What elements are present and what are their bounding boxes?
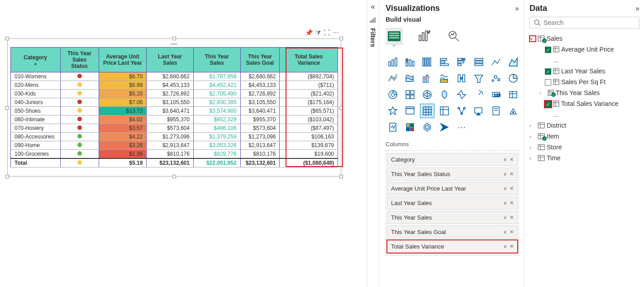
expand-filters-icon[interactable]: «: [371, 3, 375, 11]
viz-type-icon[interactable]: [437, 120, 452, 134]
chevron-right-icon[interactable]: ›: [530, 123, 536, 128]
viz-type-icon[interactable]: [454, 87, 469, 102]
viz-type-icon[interactable]: [437, 104, 452, 118]
resize-handle[interactable]: [172, 175, 176, 178]
more-visuals-icon[interactable]: ⋯: [454, 120, 469, 134]
viz-type-icon[interactable]: [454, 71, 469, 86]
viz-type-icon[interactable]: [506, 87, 520, 102]
remove-field-icon[interactable]: ✕: [510, 215, 514, 220]
viz-type-icon[interactable]: [489, 71, 503, 86]
chevron-down-icon[interactable]: ∨: [503, 215, 507, 220]
report-canvas[interactable]: ══ 📌 ⧩ ⛶ ⋯ Category▲ This Year Sales Sta…: [0, 0, 367, 287]
field-pill[interactable]: This Year Sales Status∨✕: [387, 167, 518, 181]
viz-type-icon[interactable]: [403, 71, 417, 86]
build-visual-tab[interactable]: [386, 28, 403, 45]
viz-type-icon[interactable]: [403, 104, 417, 118]
resize-handle[interactable]: [5, 37, 9, 40]
resize-handle[interactable]: [339, 175, 343, 178]
filters-pane-collapsed[interactable]: « Filters: [367, 0, 379, 287]
columns-field-well[interactable]: Category∨✕This Year Sales Status∨✕Averag…: [386, 150, 519, 256]
viz-type-icon[interactable]: [472, 55, 486, 69]
table-visual[interactable]: ══ 📌 ⧩ ⛶ ⋯ Category▲ This Year Sales Sta…: [7, 38, 341, 177]
chevron-right-icon[interactable]: ›: [530, 155, 536, 161]
table-row[interactable]: 070-Hosiery$3.57$573,604$486,106$573,604…: [11, 124, 338, 133]
chevron-down-icon[interactable]: ∨: [530, 36, 536, 42]
field-pill[interactable]: This Year Sales∨✕: [387, 211, 518, 224]
table-row[interactable]: 030-Kids$5.20$2,726,892$2,705,490$2,726,…: [11, 90, 338, 98]
viz-type-icon[interactable]: [506, 71, 520, 86]
chevron-down-icon[interactable]: ∨: [503, 200, 507, 206]
remove-field-icon[interactable]: ✕: [510, 229, 514, 235]
viz-type-icon[interactable]: [472, 87, 486, 102]
viz-type-icon[interactable]: [386, 55, 400, 69]
field-average-unit-price[interactable]: ✓ Average Unit Price: [530, 44, 639, 55]
table-row[interactable]: 100-Groceries$1.36$810,176$829,776$810,1…: [11, 150, 338, 159]
field-last-year-sales[interactable]: ✓ Last Year Sales: [530, 66, 639, 77]
chevron-down-icon[interactable]: ∨: [503, 171, 507, 177]
field-pill[interactable]: Category∨✕: [387, 153, 518, 166]
search-input[interactable]: [544, 19, 635, 26]
field-pill[interactable]: Last Year Sales∨✕: [387, 196, 518, 210]
field-total-sales-variance[interactable]: ✓ Total Sales Variance: [530, 98, 639, 109]
viz-type-icon[interactable]: [472, 104, 486, 118]
viz-type-icon[interactable]: [420, 71, 434, 86]
col-header-goal[interactable]: This Year Sales Goal: [240, 48, 280, 72]
table-row[interactable]: 060-Intimate$4.02$955,370$852,329$955,37…: [11, 115, 338, 124]
viz-type-icon[interactable]: [386, 104, 400, 118]
chevron-down-icon[interactable]: ∨: [503, 244, 507, 249]
search-box[interactable]: [530, 17, 639, 29]
field-this-year-sales[interactable]: › This Year Sales: [530, 87, 639, 98]
resize-handle[interactable]: [339, 37, 343, 40]
chevron-down-icon[interactable]: ∨: [503, 229, 507, 235]
remove-field-icon[interactable]: ✕: [510, 200, 514, 206]
checkbox[interactable]: ✓: [545, 47, 551, 53]
viz-type-icon[interactable]: 123: [489, 87, 503, 102]
table-item[interactable]: › Item: [530, 131, 639, 142]
viz-type-icon[interactable]: [489, 104, 503, 118]
viz-type-icon[interactable]: [386, 71, 400, 86]
field-sales-per-sqft[interactable]: Sales Per Sq Ft: [530, 77, 639, 87]
checkbox[interactable]: [545, 79, 551, 86]
col-header-var[interactable]: Total Sales Variance: [280, 48, 338, 72]
drag-handle-icon[interactable]: ══: [171, 41, 177, 47]
remove-field-icon[interactable]: ✕: [510, 244, 514, 249]
viz-type-icon[interactable]: [403, 87, 417, 102]
filter-icon[interactable]: ⧩: [315, 29, 321, 37]
more-fields[interactable]: ...: [530, 55, 639, 66]
collapse-pane-icon[interactable]: »: [635, 5, 639, 13]
viz-type-icon[interactable]: [403, 120, 417, 134]
table-store[interactable]: › Store: [530, 142, 639, 153]
table-row[interactable]: 050-Shoes$13.73$3,640,471$3,574,900$3,64…: [11, 107, 338, 115]
viz-type-icon[interactable]: [506, 104, 520, 118]
checkbox[interactable]: ✓: [545, 68, 551, 75]
viz-type-icon[interactable]: [403, 55, 417, 69]
viz-type-icon[interactable]: [472, 71, 486, 86]
viz-type-icon[interactable]: [420, 120, 434, 134]
remove-field-icon[interactable]: ✕: [510, 186, 514, 191]
viz-type-icon[interactable]: [420, 104, 434, 118]
remove-field-icon[interactable]: ✕: [510, 171, 514, 177]
field-pill[interactable]: Total Sales Variance∨✕: [387, 240, 518, 253]
more-options-icon[interactable]: ⋯: [333, 29, 339, 37]
collapse-pane-icon[interactable]: »: [515, 5, 519, 13]
col-header-status[interactable]: This Year Sales Status: [60, 48, 99, 72]
table-row[interactable]: 080-Accessories$4.22$1,273,096$1,379,259…: [11, 133, 338, 141]
viz-type-icon[interactable]: [420, 55, 434, 69]
viz-type-icon[interactable]: [506, 55, 520, 69]
chevron-right-icon[interactable]: ›: [539, 90, 546, 96]
resize-handle[interactable]: [172, 37, 176, 40]
more-fields[interactable]: ...: [530, 109, 639, 120]
resize-handle[interactable]: [5, 175, 9, 178]
col-header-ly[interactable]: Last Year Sales: [147, 48, 194, 72]
table-row[interactable]: 040-Juniors$7.06$3,105,550$2,930,385$3,1…: [11, 98, 338, 107]
viz-type-icon[interactable]: [454, 55, 469, 69]
remove-field-icon[interactable]: ✕: [510, 157, 514, 163]
field-pill[interactable]: Average Unit Price Last Year∨✕: [387, 182, 518, 195]
table-time[interactable]: › Time: [530, 153, 639, 163]
table-row[interactable]: 020-Mens$6.89$4,453,133$4,452,421$4,453,…: [11, 81, 338, 90]
table-district[interactable]: › District: [530, 120, 639, 131]
viz-type-icon[interactable]: [420, 87, 434, 102]
col-header-category[interactable]: Category▲: [11, 48, 61, 72]
chevron-down-icon[interactable]: ∨: [503, 157, 507, 163]
resize-handle[interactable]: [5, 106, 9, 110]
